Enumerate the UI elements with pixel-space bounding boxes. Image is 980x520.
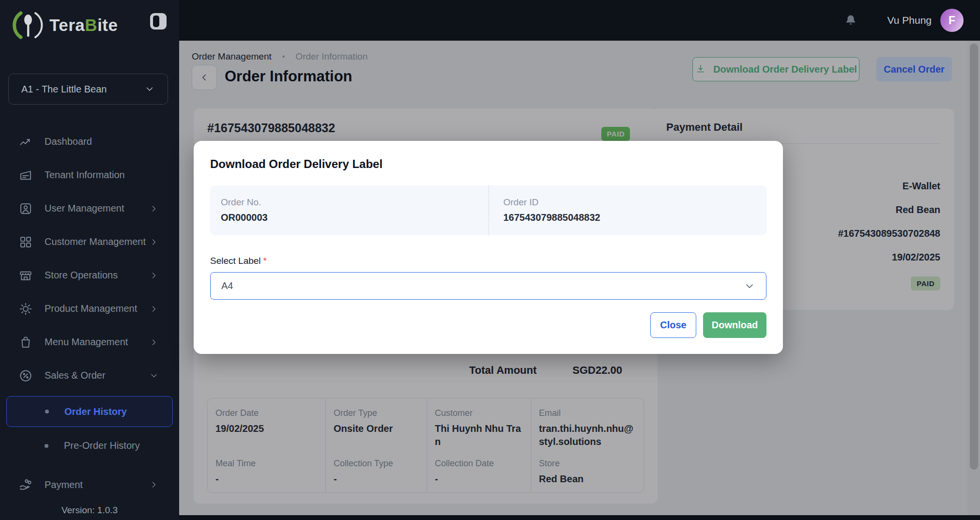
sidebar-item-label: Customer Management	[45, 236, 146, 247]
grid-icon	[18, 235, 33, 249]
sidebar-item-label: Tenant Information	[45, 169, 125, 181]
bullet-dot-icon	[45, 410, 49, 413]
sidebar-item-customer-management[interactable]: Customer Management	[0, 225, 179, 259]
download-label-modal: Download Order Delivery Label Order No. …	[194, 141, 783, 354]
spoon-circle-logo-icon	[11, 8, 46, 43]
sidebar-subitem-label: Pre-Order History	[64, 440, 140, 451]
gear-icon	[18, 302, 33, 316]
sidebar-item-user-management[interactable]: User Management	[0, 192, 179, 225]
sidebar-item-label: Menu Management	[45, 336, 128, 348]
sidebar-item-menu-management[interactable]: Menu Management	[0, 325, 179, 359]
sidebar-collapse-toggle[interactable]	[150, 13, 167, 30]
chart-line-icon	[18, 135, 33, 149]
app-version: Version: 1.0.3	[0, 505, 179, 516]
chevron-down-icon	[744, 280, 755, 292]
panel-left-icon	[153, 15, 159, 27]
building-icon	[18, 168, 33, 183]
chevron-down-icon	[149, 371, 159, 381]
sidebar-item-dashboard[interactable]: Dashboard	[0, 125, 179, 158]
sidebar: TeraBite A1 - The Little Bean Dashboard …	[0, 0, 179, 520]
order-info-box: Order No. OR000003 Order ID 167543079885…	[210, 185, 766, 235]
download-button[interactable]: Download	[703, 312, 766, 338]
order-id-label: Order ID	[504, 197, 767, 208]
sidebar-subitem-label: Order History	[64, 406, 127, 417]
modal-title: Download Order Delivery Label	[210, 157, 766, 171]
sidebar-item-product-management[interactable]: Product Management	[0, 292, 179, 325]
sidebar-item-label: Sales & Order	[45, 370, 106, 381]
chevron-right-icon	[149, 271, 159, 280]
avatar-initial: F	[949, 14, 955, 27]
chevron-right-icon	[149, 204, 159, 214]
sidebar-item-store-operations[interactable]: Store Operations	[0, 259, 179, 292]
select-label-field-label: Select Label*	[210, 256, 766, 266]
sidebar-item-order-history[interactable]: Order History	[6, 396, 173, 427]
brand-name: TeraBite	[49, 15, 118, 35]
required-asterisk: *	[263, 256, 267, 266]
order-no-block: Order No. OR000003	[210, 185, 489, 235]
sidebar-item-payment[interactable]: Payment	[0, 470, 179, 499]
order-id-block: Order ID 167543079885048832	[489, 185, 767, 235]
sidebar-item-label: Payment	[45, 479, 83, 490]
label-size-selected-value: A4	[221, 280, 233, 291]
order-no-label: Order No.	[221, 197, 489, 208]
chevron-down-icon	[144, 84, 155, 94]
storefront-icon	[18, 268, 33, 283]
sidebar-item-pre-order-history[interactable]: Pre-Order History	[0, 429, 179, 462]
chevron-right-icon	[149, 304, 159, 314]
bullet-dot-icon	[45, 444, 48, 448]
avatar[interactable]: F	[940, 9, 964, 32]
sidebar-item-label: User Management	[45, 203, 124, 214]
order-no-value: OR000003	[221, 212, 489, 223]
sidebar-item-label: Dashboard	[45, 136, 92, 147]
close-button[interactable]: Close	[650, 312, 696, 338]
topbar: Vu Phung F	[179, 0, 980, 41]
sidebar-item-label: Product Management	[45, 303, 137, 314]
user-icon	[18, 201, 33, 216]
percent-badge-icon	[18, 368, 33, 383]
hand-coins-icon	[18, 477, 33, 492]
sidebar-item-tenant-information[interactable]: Tenant Information	[0, 158, 179, 192]
order-id-value: 167543079885048832	[504, 212, 767, 223]
sidebar-item-sales-order[interactable]: Sales & Order	[0, 359, 179, 392]
chevron-right-icon	[149, 480, 159, 489]
label-size-select[interactable]: A4	[210, 272, 766, 300]
bag-icon	[18, 335, 33, 350]
chevron-right-icon	[149, 237, 159, 247]
notification-bell-icon[interactable]	[844, 14, 858, 27]
chevron-right-icon	[149, 337, 159, 347]
sidebar-menu: Dashboard Tenant Information User Manage…	[0, 125, 179, 516]
store-selector[interactable]: A1 - The Little Bean	[8, 74, 168, 105]
store-selector-value: A1 - The Little Bean	[21, 84, 107, 95]
user-name[interactable]: Vu Phung	[888, 15, 932, 26]
sidebar-item-label: Store Operations	[45, 270, 118, 281]
